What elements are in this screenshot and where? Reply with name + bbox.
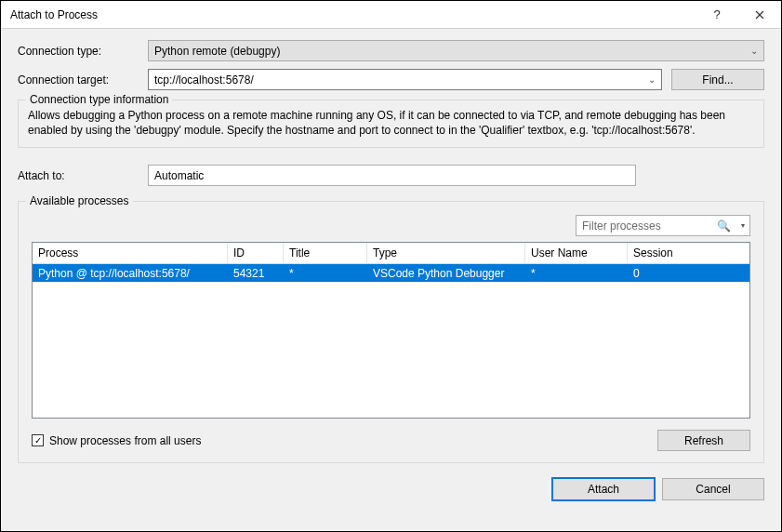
titlebar: Attach to Process ? [1, 1, 781, 29]
connection-type-label: Connection type: [18, 45, 148, 58]
col-process[interactable]: Process [33, 243, 228, 263]
table-row[interactable]: Python @ tcp://localhost:5678/ 54321 * V… [33, 264, 749, 282]
connection-info-text: Allows debugging a Python process on a r… [28, 108, 754, 138]
find-button[interactable]: Find... [671, 69, 764, 90]
col-type[interactable]: Type [367, 243, 525, 263]
cell-user: * [525, 266, 628, 281]
connection-info-legend: Connection type information [26, 93, 172, 106]
attach-to-value: Automatic [154, 169, 204, 182]
close-button[interactable] [738, 1, 781, 29]
connection-target-input[interactable]: tcp://localhost:5678/ ⌄ [148, 69, 662, 90]
connection-type-combo[interactable]: Python remote (debugpy) ⌄ [148, 40, 764, 61]
col-id[interactable]: ID [228, 243, 284, 263]
cancel-button[interactable]: Cancel [662, 478, 764, 500]
connection-type-value: Python remote (debugpy) [154, 45, 280, 58]
chevron-down-icon: ⌄ [648, 74, 656, 85]
search-icon: 🔍 [717, 219, 731, 233]
cell-title: * [284, 266, 367, 281]
show-all-users-label[interactable]: Show processes from all users [49, 434, 201, 447]
connection-target-label: Connection target: [18, 73, 148, 86]
connection-target-value: tcp://localhost:5678/ [154, 73, 254, 86]
cell-type: VSCode Python Debugger [367, 266, 525, 281]
show-all-users-checkbox[interactable]: ✓ [32, 434, 44, 446]
col-title[interactable]: Title [284, 243, 367, 263]
help-button[interactable]: ? [696, 1, 738, 29]
filter-placeholder: Filter processes [582, 219, 661, 233]
cell-id: 54321 [228, 266, 284, 281]
process-table: Process ID Title Type User Name Session … [32, 242, 750, 419]
window-title: Attach to Process [10, 8, 696, 21]
chevron-down-icon: ⌄ [750, 46, 758, 56]
dialog-content: Connection type: Python remote (debugpy)… [1, 29, 781, 513]
refresh-button[interactable]: Refresh [657, 430, 750, 451]
available-processes-group: Available processes Filter processes 🔍 ▾… [18, 201, 764, 463]
attach-to-label: Attach to: [18, 169, 148, 182]
cell-session: 0 [628, 266, 693, 281]
attach-to-field: Automatic [148, 165, 636, 186]
cell-process: Python @ tcp://localhost:5678/ [33, 266, 228, 281]
table-header: Process ID Title Type User Name Session [33, 243, 749, 264]
close-icon [755, 10, 764, 20]
filter-input[interactable]: Filter processes 🔍 ▾ [576, 215, 750, 236]
col-user[interactable]: User Name [525, 243, 628, 263]
dropdown-arrow-icon: ▾ [741, 221, 745, 230]
col-session[interactable]: Session [628, 243, 693, 263]
attach-button[interactable]: Attach [552, 478, 655, 500]
checkmark-icon: ✓ [34, 436, 42, 446]
connection-info-group: Connection type information Allows debug… [18, 100, 764, 148]
available-processes-legend: Available processes [26, 194, 133, 207]
